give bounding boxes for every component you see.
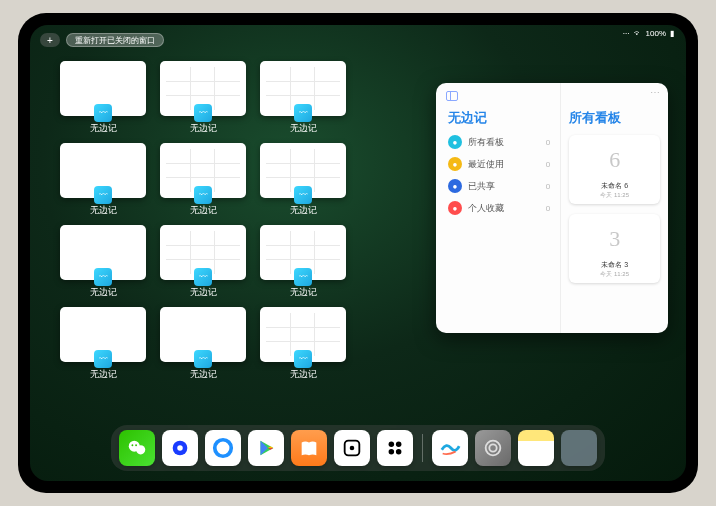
svg-point-1: [136, 445, 145, 454]
dock-app-wechat[interactable]: [119, 430, 155, 466]
freeform-app-badge-icon: 〰: [294, 104, 312, 122]
freeform-app-badge-icon: 〰: [94, 350, 112, 368]
window-tile[interactable]: 〰无边记: [160, 225, 246, 299]
window-tile[interactable]: 〰无边记: [260, 61, 346, 135]
svg-point-5: [177, 445, 183, 451]
window-label: 无边记: [290, 204, 317, 217]
svg-point-14: [489, 444, 496, 451]
window-label: 无边记: [90, 368, 117, 381]
battery-icon: ▮: [670, 29, 674, 38]
freeform-app-badge-icon: 〰: [194, 104, 212, 122]
svg-point-3: [135, 444, 137, 446]
category-icon: ●: [448, 157, 462, 171]
status-bar: ··· ᯤ 100% ▮: [623, 29, 674, 38]
window-tile[interactable]: 〰无边记: [160, 143, 246, 217]
category-icon: ●: [448, 201, 462, 215]
dock-app-mixer[interactable]: [377, 430, 413, 466]
sidebar-toggle-icon[interactable]: [446, 91, 458, 101]
sidebar-item[interactable]: ●个人收藏0: [448, 201, 550, 215]
svg-point-10: [396, 442, 402, 448]
battery-label: 100%: [646, 29, 666, 38]
play-icon: [255, 437, 277, 459]
window-tile[interactable]: 〰无边记: [160, 61, 246, 135]
sidebar-item[interactable]: ●所有看板0: [448, 135, 550, 149]
window-tile[interactable]: 〰无边记: [160, 307, 246, 381]
freeform-app-badge-icon: 〰: [194, 268, 212, 286]
freeform-app-badge-icon: 〰: [194, 186, 212, 204]
reopen-closed-window-button[interactable]: 重新打开已关闭的窗口: [66, 33, 164, 47]
board-preview: 3: [573, 218, 656, 260]
board-date: 今天 11:25: [600, 191, 629, 200]
quark-icon: [169, 437, 191, 459]
freeform-app-badge-icon: 〰: [194, 350, 212, 368]
new-window-button[interactable]: +: [40, 33, 60, 47]
window-label: 无边记: [190, 368, 217, 381]
window-tile[interactable]: 〰无边记: [60, 143, 146, 217]
window-tile[interactable]: 〰无边记: [60, 307, 146, 381]
dock-app-freeform[interactable]: [432, 430, 468, 466]
window-tile[interactable]: 〰无边记: [260, 143, 346, 217]
window-label: 无边记: [290, 122, 317, 135]
board-name: 未命名 3: [601, 260, 628, 270]
top-controls: + 重新打开已关闭的窗口: [40, 33, 164, 47]
popup-sidebar-title: 无边记: [448, 109, 550, 127]
dock-app-dice[interactable]: [334, 430, 370, 466]
dock-app-qqbrowser[interactable]: [205, 430, 241, 466]
board-preview: 6: [573, 139, 656, 181]
freeform-popup: ⋯ 无边记 ●所有看板0●最近使用0●已共享0●个人收藏0 所有看板 6未命名 …: [436, 83, 668, 333]
sidebar-item-label: 已共享: [468, 180, 495, 193]
sidebar-item-count: 0: [546, 160, 550, 169]
dock-app-quark[interactable]: [162, 430, 198, 466]
window-label: 无边记: [190, 286, 217, 299]
books-icon: [298, 437, 320, 459]
more-icon[interactable]: ⋯: [650, 87, 660, 98]
sidebar-item-count: 0: [546, 204, 550, 213]
window-thumbnail: 〰: [260, 143, 346, 198]
window-thumbnail: 〰: [260, 61, 346, 116]
freeform-app-badge-icon: 〰: [94, 186, 112, 204]
sidebar-item[interactable]: ●最近使用0: [448, 157, 550, 171]
sidebar-item-count: 0: [546, 138, 550, 147]
window-thumbnail: 〰: [60, 307, 146, 362]
svg-point-12: [396, 449, 402, 455]
window-label: 无边记: [290, 286, 317, 299]
popup-sidebar: 无边记 ●所有看板0●最近使用0●已共享0●个人收藏0: [436, 83, 561, 333]
mixer-icon: [384, 437, 406, 459]
board-name: 未命名 6: [601, 181, 628, 191]
svg-point-8: [350, 446, 355, 451]
sidebar-item-label: 最近使用: [468, 158, 504, 171]
window-label: 无边记: [90, 122, 117, 135]
dock-app-notes[interactable]: [518, 430, 554, 466]
window-label: 无边记: [290, 368, 317, 381]
dock-app-playstore[interactable]: [248, 430, 284, 466]
window-thumbnail: 〰: [60, 225, 146, 280]
window-tile[interactable]: 〰无边记: [60, 61, 146, 135]
board-date: 今天 11:25: [600, 270, 629, 279]
wechat-icon: [126, 437, 148, 459]
svg-point-11: [389, 449, 395, 455]
freeform-icon: [439, 437, 461, 459]
signal-icon: ···: [623, 29, 630, 38]
wifi-icon: ᯤ: [634, 29, 642, 38]
dock-app-library[interactable]: [561, 430, 597, 466]
board-card[interactable]: 6未命名 6今天 11:25: [569, 135, 660, 204]
dock-separator: [422, 434, 423, 462]
freeform-app-badge-icon: 〰: [94, 104, 112, 122]
window-tile[interactable]: 〰无边记: [260, 307, 346, 381]
svg-point-13: [486, 441, 501, 456]
window-tile[interactable]: 〰无边记: [60, 225, 146, 299]
sidebar-item[interactable]: ●已共享0: [448, 179, 550, 193]
dock-app-books[interactable]: [291, 430, 327, 466]
window-thumbnail: 〰: [260, 225, 346, 280]
popup-right-title: 所有看板: [569, 109, 660, 127]
svg-point-9: [389, 442, 395, 448]
board-card[interactable]: 3未命名 3今天 11:25: [569, 214, 660, 283]
dock-app-settings[interactable]: [475, 430, 511, 466]
ipad-device: ··· ᯤ 100% ▮ + 重新打开已关闭的窗口 〰无边记〰无边记〰无边记〰无…: [18, 13, 698, 493]
window-tile[interactable]: 〰无边记: [260, 225, 346, 299]
window-thumbnail: 〰: [260, 307, 346, 362]
sidebar-item-label: 所有看板: [468, 136, 504, 149]
popup-boards-pane: 所有看板 6未命名 6今天 11:253未命名 3今天 11:25: [561, 83, 668, 333]
dice-icon: [341, 437, 363, 459]
sidebar-item-label: 个人收藏: [468, 202, 504, 215]
